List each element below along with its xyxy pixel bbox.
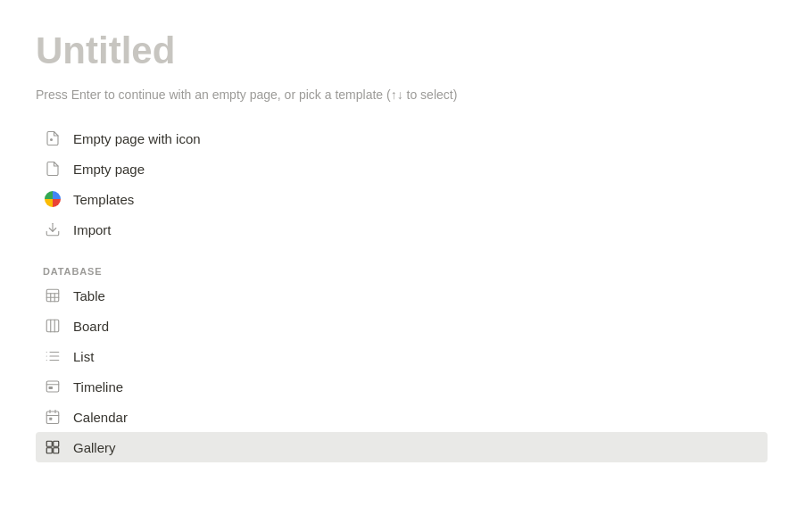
menu-item-templates[interactable]: Templates xyxy=(36,184,768,214)
gallery-icon xyxy=(43,437,62,457)
menu-item-calendar[interactable]: Calendar xyxy=(36,402,768,432)
svg-rect-25 xyxy=(54,442,59,447)
svg-rect-16 xyxy=(46,381,59,392)
file-with-icon-icon xyxy=(43,129,62,148)
menu-item-table[interactable]: Table xyxy=(36,280,768,311)
page-container: Untitled Press Enter to continue with an… xyxy=(0,0,803,505)
svg-point-0 xyxy=(50,138,53,141)
menu-label-table: Table xyxy=(73,288,105,303)
main-menu: Empty page with icon Empty page xyxy=(36,123,768,245)
menu-label-calendar: Calendar xyxy=(73,410,128,425)
menu-item-list[interactable]: List xyxy=(36,341,768,371)
database-menu: Table Board xyxy=(36,280,768,462)
file-icon xyxy=(43,159,62,179)
svg-rect-23 xyxy=(49,418,52,420)
list-icon xyxy=(43,346,62,366)
timeline-icon xyxy=(43,377,62,396)
menu-label-timeline: Timeline xyxy=(73,379,123,395)
templates-icon xyxy=(43,189,62,209)
menu-item-empty-page[interactable]: Empty page xyxy=(36,154,768,184)
menu-label-import: Import xyxy=(73,222,112,237)
menu-label-empty-page-icon: Empty page with icon xyxy=(73,131,201,146)
menu-label-templates: Templates xyxy=(73,192,134,207)
board-icon xyxy=(43,316,62,336)
calendar-icon xyxy=(43,407,62,427)
menu-item-empty-page-icon[interactable]: Empty page with icon xyxy=(36,123,768,154)
menu-label-gallery: Gallery xyxy=(73,440,116,455)
svg-rect-24 xyxy=(46,442,52,447)
menu-item-timeline[interactable]: Timeline xyxy=(36,371,768,402)
menu-label-empty-page: Empty page xyxy=(73,162,145,177)
database-section-label: DATABASE xyxy=(36,259,768,280)
subtitle: Press Enter to continue with an empty pa… xyxy=(36,87,768,102)
svg-rect-18 xyxy=(49,387,54,389)
svg-rect-7 xyxy=(46,320,59,333)
import-icon xyxy=(43,220,62,239)
menu-item-import[interactable]: Import xyxy=(36,214,768,245)
svg-rect-19 xyxy=(46,411,59,424)
menu-item-board[interactable]: Board xyxy=(36,311,768,341)
menu-label-list: List xyxy=(73,349,94,364)
svg-rect-26 xyxy=(46,448,52,453)
page-title: Untitled xyxy=(36,29,768,73)
table-icon xyxy=(43,286,62,305)
svg-rect-27 xyxy=(54,448,59,453)
svg-rect-2 xyxy=(46,290,59,303)
menu-label-board: Board xyxy=(73,319,109,334)
menu-item-gallery[interactable]: Gallery xyxy=(36,432,768,462)
